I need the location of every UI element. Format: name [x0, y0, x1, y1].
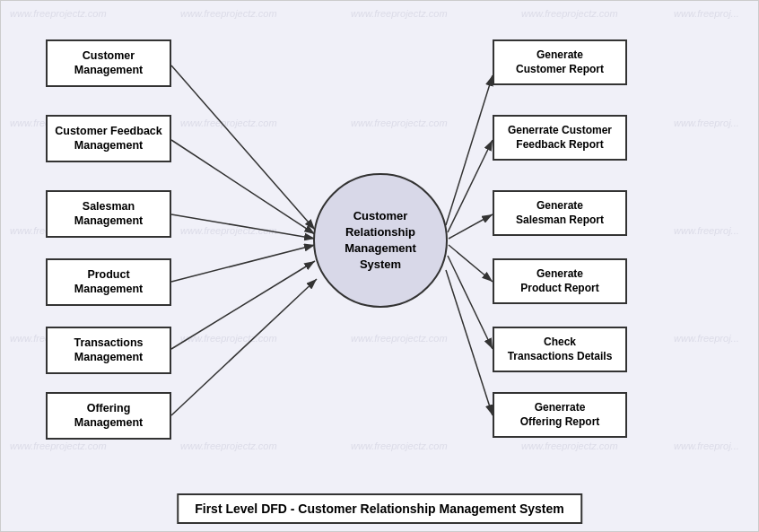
svg-line-1: [171, 65, 315, 230]
generate-salesman-report-box: GenerateSalesman Report: [493, 190, 627, 236]
product-management-box: ProductManagement: [46, 258, 171, 306]
watermark-21: www.freeprojectz.com: [10, 440, 107, 451]
watermark-4: www.freeprojectz.com: [521, 8, 618, 19]
generate-customer-report-box: GenerateCustomer Report: [493, 39, 627, 85]
watermark-15: www.freeproj...: [674, 225, 739, 236]
generate-customer-feedback-report-box: Generrate CustomerFeedback Report: [493, 115, 627, 161]
svg-line-5: [171, 261, 315, 349]
svg-line-6: [171, 279, 317, 415]
transactions-management-box: TransactionsManagement: [46, 327, 171, 374]
watermark-17: www.freeprojectz.com: [180, 333, 277, 344]
svg-line-9: [449, 214, 493, 239]
check-transactions-details-box: CheckTransactions Details: [493, 327, 627, 372]
generate-product-report-box: GenerateProduct Report: [493, 258, 627, 304]
svg-line-2: [171, 140, 315, 234]
watermark-23: www.freeprojectz.com: [351, 440, 448, 451]
watermark-5: www.freeproj...: [674, 8, 739, 19]
watermark-1: www.freeprojectz.com: [10, 8, 107, 19]
customer-management-box: Customer Management: [46, 39, 171, 87]
watermark-20: www.freeproj...: [674, 333, 739, 344]
watermark-10: www.freeproj...: [674, 118, 739, 128]
watermark-8: www.freeprojectz.com: [351, 118, 448, 128]
customer-feedback-management-box: Customer FeedbackManagement: [46, 115, 171, 162]
salesman-management-box: SalesmanManagement: [46, 190, 171, 238]
watermark-3: www.freeprojectz.com: [351, 8, 448, 19]
svg-line-3: [171, 214, 315, 239]
watermark-7: www.freeprojectz.com: [180, 118, 277, 128]
watermark-22: www.freeprojectz.com: [180, 440, 277, 451]
watermark-12: www.freeprojectz.com: [180, 225, 277, 236]
watermark-24: www.freeprojectz.com: [521, 440, 618, 451]
svg-line-10: [449, 245, 493, 282]
watermark-2: www.freeprojectz.com: [180, 8, 277, 19]
svg-line-7: [446, 75, 493, 225]
svg-line-12: [446, 270, 493, 415]
svg-line-4: [171, 245, 315, 282]
caption-box: First Level DFD - Customer Relationship …: [177, 493, 582, 524]
watermark-18: www.freeprojectz.com: [351, 333, 448, 344]
offering-management-box: OfferingManagement: [46, 392, 171, 440]
svg-line-11: [448, 256, 493, 349]
watermark-25: www.freeproj...: [674, 440, 739, 451]
center-circle: CustomerRelationshipManagementSystem: [313, 173, 448, 308]
main-container: www.freeprojectz.com www.freeprojectz.co…: [0, 0, 759, 532]
generate-offering-report-box: GenerrateOffering Report: [493, 392, 627, 438]
svg-line-8: [448, 140, 493, 232]
